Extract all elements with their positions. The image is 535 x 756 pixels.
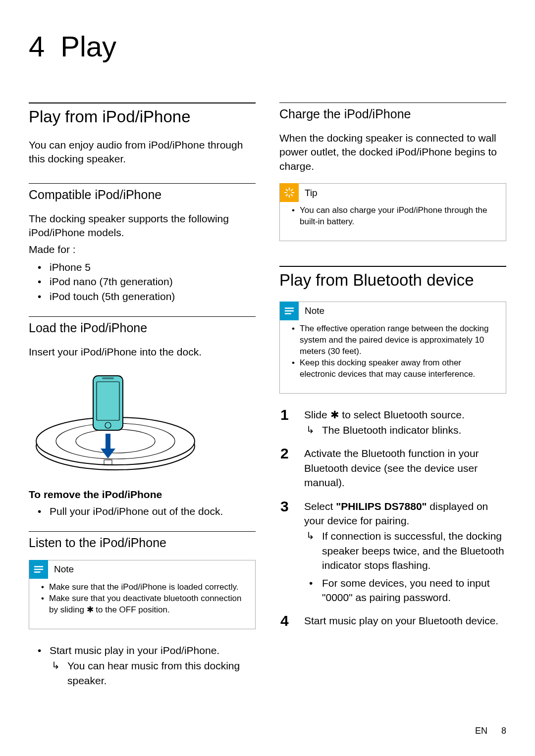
step-item: Activate the Bluetooth function in your … bbox=[279, 446, 506, 490]
result-item: The Bluetooth indicator blinks. bbox=[304, 423, 506, 437]
tip-label: Tip bbox=[305, 188, 318, 199]
list-item: Pull your iPod/iPhone out of the dock. bbox=[29, 504, 256, 518]
subsection-rule bbox=[29, 316, 256, 317]
compatible-list: iPhone 5 iPod nano (7th generation) iPod… bbox=[29, 260, 256, 303]
subheading-remove: To remove the iPod/iPhone bbox=[29, 488, 256, 502]
heading-play-bluetooth: Play from Bluetooth device bbox=[279, 271, 506, 290]
paragraph: Insert your iPod/iPhone into the dock. bbox=[29, 345, 256, 359]
list-item: For some devices, you need to input "000… bbox=[304, 576, 506, 605]
note-callout: Note The effective operation range betwe… bbox=[279, 302, 506, 394]
section-rule bbox=[279, 266, 506, 267]
listen-steps: Start music play in your iPod/iPhone. Yo… bbox=[29, 643, 256, 688]
tip-icon bbox=[280, 183, 299, 202]
subsection-rule bbox=[29, 531, 256, 532]
list-item-text: Start music play in your iPod/iPhone. bbox=[50, 645, 219, 656]
list-item: You can also charge your iPod/iPhone thr… bbox=[287, 205, 499, 228]
tip-list: You can also charge your iPod/iPhone thr… bbox=[287, 205, 499, 228]
result-item: You can hear music from this docking spe… bbox=[50, 658, 256, 688]
list-item: Make sure that you deactivate bluetooth … bbox=[36, 593, 248, 616]
heading-listen: Listen to the iPod/iPhone bbox=[29, 536, 256, 550]
dock-illustration bbox=[29, 367, 256, 476]
list-item: iPhone 5 bbox=[29, 260, 256, 274]
bluetooth-steps: Slide ✱ to select Bluetooth source. The … bbox=[279, 407, 506, 628]
step-item: Select "PHILIPS DS7880" displayed on you… bbox=[279, 499, 506, 605]
note-icon bbox=[280, 302, 299, 320]
left-column: Play from iPod/iPhone You can enjoy audi… bbox=[29, 102, 256, 701]
chapter-title: Play bbox=[60, 30, 116, 63]
svg-rect-5 bbox=[97, 382, 119, 420]
heading-play-from-ipod: Play from iPod/iPhone bbox=[29, 107, 256, 126]
page-footer: EN 8 bbox=[475, 726, 506, 736]
paragraph: You can enjoy audio from iPod/iPhone thr… bbox=[29, 138, 256, 166]
note-icon bbox=[29, 560, 48, 579]
list-item: Start music play in your iPod/iPhone. Yo… bbox=[29, 643, 256, 688]
chapter-heading: 4 Play bbox=[29, 30, 506, 63]
paragraph: When the docking speaker is connected to… bbox=[279, 131, 506, 173]
list-item: Make sure that the iPod/iPhone is loaded… bbox=[36, 582, 248, 593]
footer-page-number: 8 bbox=[501, 726, 506, 736]
heading-charge: Charge the iPod/iPhone bbox=[279, 107, 506, 121]
note-callout: Note Make sure that the iPod/iPhone is l… bbox=[29, 560, 256, 629]
note-label: Note bbox=[305, 305, 324, 316]
paragraph: The docking speaker supports the followi… bbox=[29, 212, 256, 240]
remove-list: Pull your iPod/iPhone out of the dock. bbox=[29, 504, 256, 518]
svg-rect-7 bbox=[102, 377, 114, 379]
step-item: Slide ✱ to select Bluetooth source. The … bbox=[279, 407, 506, 438]
note-list: The effective operation range between th… bbox=[287, 323, 499, 380]
note-list: Make sure that the iPod/iPhone is loaded… bbox=[36, 582, 248, 616]
list-item: iPod touch (5th generation) bbox=[29, 289, 256, 303]
section-rule bbox=[29, 102, 256, 103]
list-item: Keep this docking speaker away from othe… bbox=[287, 357, 499, 380]
subsection-rule bbox=[29, 183, 256, 184]
paragraph: Made for : bbox=[29, 243, 256, 256]
list-item: iPod nano (7th generation) bbox=[29, 274, 256, 289]
subsection-rule bbox=[279, 102, 506, 103]
result-item: If connection is successful, the docking… bbox=[304, 529, 506, 572]
step-text-pre: Select bbox=[304, 501, 336, 512]
step-text-bold: "PHILIPS DS7880" bbox=[336, 501, 427, 512]
step-item: Start music play on your Bluetooth devic… bbox=[279, 613, 506, 628]
right-column: Charge the iPod/iPhone When the docking … bbox=[279, 102, 506, 701]
sub-bullet-list: For some devices, you need to input "000… bbox=[304, 576, 506, 605]
step-text: Slide ✱ to select Bluetooth source. bbox=[304, 409, 465, 420]
heading-load: Load the iPod/iPhone bbox=[29, 321, 256, 335]
step-text: Start music play on your Bluetooth devic… bbox=[304, 615, 498, 626]
chapter-number: 4 bbox=[29, 30, 45, 63]
heading-compatible: Compatible iPod/iPhone bbox=[29, 188, 256, 202]
footer-lang: EN bbox=[475, 726, 487, 736]
note-label: Note bbox=[54, 564, 74, 575]
step-text: Activate the Bluetooth function in your … bbox=[304, 448, 479, 488]
tip-callout: Tip You can also charge your iPod/iPhone… bbox=[279, 183, 506, 241]
list-item: The effective operation range between th… bbox=[287, 323, 499, 357]
